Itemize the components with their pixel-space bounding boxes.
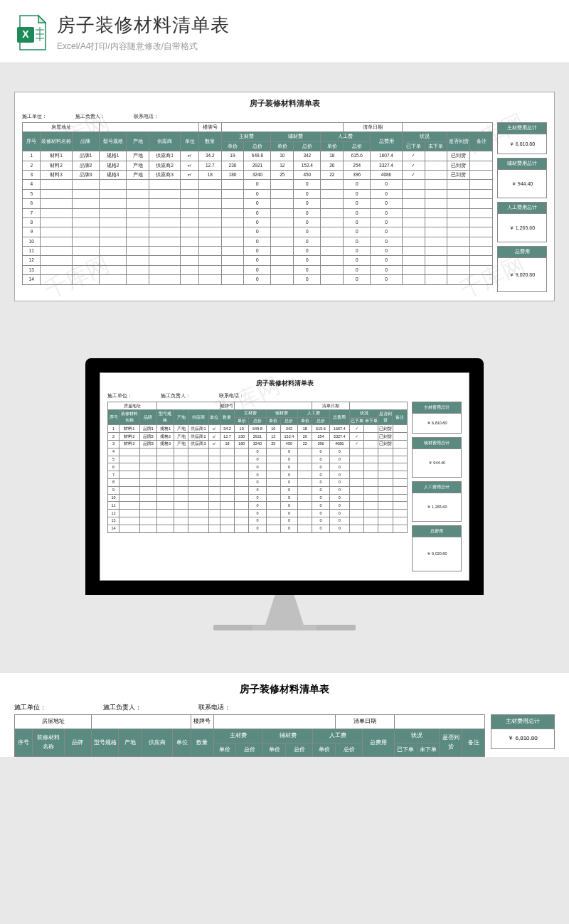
table-row: 100000 [23,237,493,246]
table-row: 90000 [108,486,408,494]
table-row: 60000 [23,199,493,208]
summary-main-val: ￥ 6,810.80 [413,414,462,434]
summary-labor-label: 人工费用总计 [413,482,462,493]
summary-main-label: 主材费用总计 [413,402,462,414]
info-contact-phone: 联系电话： [198,703,230,712]
table-row: 2材料2品牌2规格2产地供应商2㎡12.7230292112152.420254… [23,161,493,170]
preview-panel-3: 房子装修材料清单表 施工单位： 施工负责人： 联系电话： 房屋地址楼牌号清单日期… [0,673,569,757]
table-row: 100000 [108,494,408,502]
table-row: 40000 [23,180,493,189]
table-row: 110000 [108,502,408,510]
summary-table: 主材费用总计￥ 6,810.80 辅材费用总计￥ 944.40 人工费用总计￥ … [412,402,462,571]
table-row: 60000 [108,463,408,471]
sheet-title: 房子装修材料清单表 [22,98,547,109]
header-bar: X 房子装修材料清单表 Excel/A4打印/内容随意修改/自带格式 [0,0,569,63]
summary-main-val: ￥ 6,810.80 [498,134,547,154]
summary-aux-val: ￥ 944.40 [413,449,462,478]
spreadsheet: 房子装修材料清单表 施工单位：施工负责人：联系电话： 房屋地址楼牌号清单日期 序… [14,92,555,301]
info-construction-head: 施工负责人： [103,703,142,712]
table-row: 80000 [23,217,493,227]
summary-total-label: 总费用 [413,526,462,537]
summary-main-label: 主材费用总计 [498,123,547,134]
table-row: 120000 [108,510,408,517]
main-table: 房屋地址楼牌号清单日期 序号装修材料名称品牌型号规格产地供应商单位数量主材费辅材… [107,402,408,533]
spreadsheet: 房子装修材料清单表 施工单位：施工负责人：联系电话： 房屋地址楼牌号清单日期 序… [100,372,469,581]
table-row: 140000 [23,275,493,284]
summary-aux-label: 辅材费用总计 [498,159,547,170]
summary-table: 主材费用总计￥ 6,810.80 辅材费用总计￥ 944.40 人工费用总计￥ … [497,122,547,292]
summary-total-val: ￥ 9,020.80 [413,537,462,571]
excel-icon: X [16,14,47,51]
monitor-stand [252,595,317,630]
table-row: 130000 [108,517,408,525]
table-row: 1材料1品牌1规格1产地供应商1㎡34.219649.81034218615.6… [23,151,493,161]
table-row: 140000 [108,525,408,532]
table-row: 1材料1品牌1规格1产地供应商1㎡34.219649.81034218615.6… [108,425,408,433]
summary-labor-label: 人工费用总计 [498,203,547,214]
table-row: 70000 [108,471,408,479]
summary-labor-val: ￥ 1,265.60 [413,493,462,522]
table-row: 130000 [23,265,493,274]
monitor-preview: 房子装修材料清单表 施工单位：施工负责人：联系电话： 房屋地址楼牌号清单日期 序… [0,330,569,673]
summary-labor-val: ￥ 1,265.60 [498,214,547,242]
page-subtitle: Excel/A4打印/内容随意修改/自带格式 [57,41,553,53]
preview-panel-1: 千库网 千库网 千库网 千库网 千库网 房子装修材料清单表 施工单位：施工负责人… [0,63,569,330]
table-row: 2材料2品牌2规格2产地供应商2㎡12.7230292112152.420254… [108,433,408,441]
info-construction-unit: 施工单位： [14,703,46,712]
table-row: 80000 [108,478,408,486]
monitor-screen: 房子装修材料清单表 施工单位：施工负责人：联系电话： 房屋地址楼牌号清单日期 序… [85,358,484,595]
table-row: 40000 [108,448,408,456]
table-row: 50000 [108,456,408,463]
svg-text:X: X [22,28,29,40]
page-title: 房子装修材料清单表 [57,13,553,38]
summary-total-val: ￥ 9,020.80 [498,258,547,292]
summary-total-label: 总费用 [498,247,547,258]
summary-aux-val: ￥ 944.40 [498,170,547,198]
table-row: 120000 [23,256,493,265]
sheet-title: 房子装修材料清单表 [107,379,462,388]
table-row: 70000 [23,208,493,217]
table-row: 3材料3品牌3规格3产地供应商3㎡18180324025450223964086… [108,440,408,448]
main-table-header: 房屋地址楼牌号清单日期 序号装修材料名称品牌型号规格产地供应商单位数量主材费辅材… [14,714,485,757]
table-row: 50000 [23,189,493,198]
table-row: 90000 [23,227,493,237]
table-row: 3材料3品牌3规格3产地供应商3㎡18180324025450223964086… [23,170,493,179]
main-table: 房屋地址楼牌号清单日期 序号装修材料名称品牌型号规格产地供应商单位数量主材费辅材… [22,122,493,285]
table-row: 110000 [23,247,493,256]
summary-aux-label: 辅材费用总计 [413,438,462,449]
sheet-title: 房子装修材料清单表 [14,683,555,696]
